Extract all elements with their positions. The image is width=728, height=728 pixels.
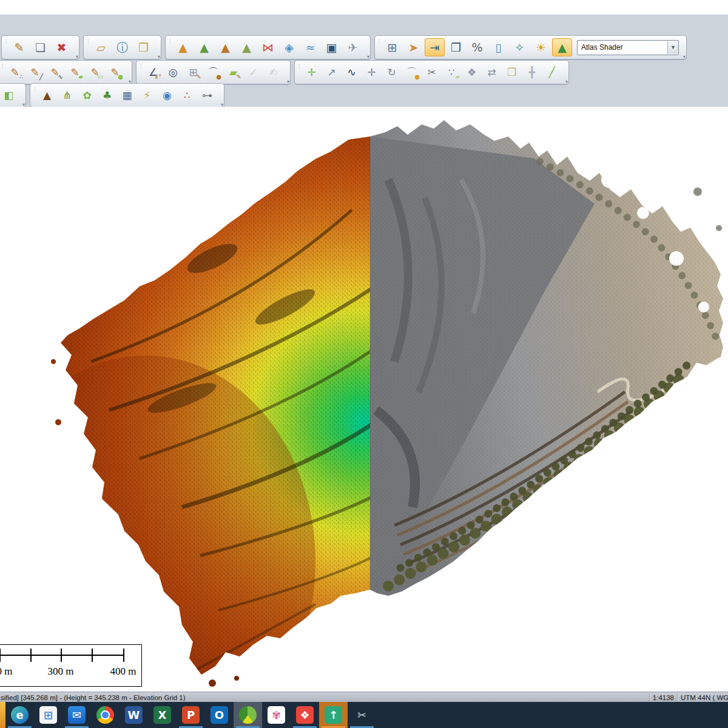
taskbar-app-powerpoint[interactable]: P [177, 702, 205, 728]
taskbar-app-paint-3d[interactable]: ✾ [262, 702, 291, 728]
chevron-down-icon[interactable]: ▼ [667, 41, 678, 54]
create-grid-button[interactable]: ⊞✎ [184, 64, 203, 81]
feature-info-button[interactable]: ⓘ [112, 38, 132, 56]
contour-generation-icon: ▲ [200, 42, 209, 53]
taskbar-app-microsoft-store[interactable]: ⊞ [34, 702, 62, 728]
taskbar-app-word[interactable]: W [120, 702, 148, 728]
create-line-button[interactable]: ✎╱ [25, 64, 44, 81]
move-vertex-icon: ✛ [367, 67, 376, 78]
classify-low-vegetation-button[interactable]: ⋔ [58, 87, 76, 104]
split-view-button[interactable]: ⊞ [382, 38, 402, 56]
color-picker-button[interactable]: ◧ [0, 87, 18, 104]
group-overflow-icon[interactable]: ▾ [683, 54, 686, 59]
raster-shader-options-button[interactable]: ▣ [322, 38, 342, 56]
gauge-compass-button[interactable]: ✧ [510, 38, 530, 56]
group-overflow-icon[interactable]: ▾ [367, 54, 369, 59]
join-lines-button[interactable]: ⌒● [402, 64, 421, 81]
path-profile-button[interactable]: ⇥ [425, 38, 445, 56]
delete-selected-button[interactable]: ✖ [52, 38, 72, 56]
point-cloud-rgb-half [370, 119, 728, 604]
move-feature-button[interactable]: ✛ [302, 64, 321, 81]
measure-tool-button[interactable]: ▱ [91, 38, 111, 56]
create-point-button[interactable]: ✎∴ [5, 64, 24, 81]
terrain-paint-button[interactable]: ▲ [215, 38, 235, 56]
elevation-shader-button[interactable]: ▲ [173, 38, 193, 56]
scale-bar: 200 m300 m400 m [0, 644, 142, 687]
swap-features-button[interactable]: ⇄ [482, 64, 501, 81]
atlas-shader-toggle-button[interactable]: ▲ [552, 38, 572, 56]
excel-icon: X [153, 706, 171, 724]
edit-vertices-button[interactable]: ∿ [342, 64, 361, 81]
taskbar-app-drone-uploader[interactable]: ↑ [319, 702, 348, 728]
create-feature-icon: ✎ [15, 42, 24, 53]
shader-dropdown[interactable]: Atlas Shader▼ [577, 40, 679, 55]
classify-model-keypoints-button[interactable]: ⊶ [198, 87, 217, 104]
create-point-icon: ✎ [10, 67, 19, 78]
classify-high-vegetation-button[interactable]: ♣ [98, 87, 116, 104]
flight-view-button[interactable]: ✈ [343, 38, 363, 56]
select-area-button[interactable]: ❏ [30, 38, 50, 56]
classify-building-button[interactable]: ▦ [118, 87, 136, 104]
create-range-rings-button[interactable]: ◎ [164, 64, 183, 81]
taskbar-app-edge[interactable]: e [5, 702, 34, 728]
move-vertex-button[interactable]: ✛ [362, 64, 381, 81]
rotate-feature-button[interactable]: ↻ [382, 64, 401, 81]
slope-percent-button[interactable]: % [467, 38, 487, 56]
identify-search-button[interactable]: ❐ [133, 38, 153, 56]
create-rectangle-button[interactable]: ✎▭ [86, 64, 104, 81]
watershed-button[interactable]: ◈ [279, 38, 299, 56]
group-overflow-icon[interactable]: ▾ [565, 79, 568, 84]
taskbar-app-quick-assist-red[interactable]: ❖ [291, 702, 319, 728]
fly-through-button[interactable]: ➤ [403, 38, 423, 56]
taskbar-app-snipping-tool[interactable]: ✂ [348, 702, 376, 728]
projection-readout: UTM 44N ( WGS [681, 694, 728, 701]
scale-bar-tick [30, 649, 32, 662]
taskbar-app-global-mapper[interactable] [234, 702, 262, 728]
split-line-scissors-button[interactable]: ✂ [422, 64, 441, 81]
classify-ground-button[interactable]: ▲ [38, 87, 56, 104]
status-separator [649, 693, 650, 701]
duplicate-feature-button[interactable]: ❐ [502, 64, 521, 81]
feature-info-icon: ⓘ [116, 42, 128, 53]
verify-feature-button[interactable]: ✓ [244, 64, 263, 81]
taskbar-app-excel[interactable]: X [148, 702, 177, 728]
view-3d-cube-button[interactable]: ❒ [446, 38, 466, 56]
classify-powerline-button[interactable]: ⚡ [138, 87, 157, 104]
contour-generation-button[interactable]: ▲ [194, 38, 214, 56]
copy-features-button[interactable]: ❖ [462, 64, 481, 81]
point-cloud-canvas[interactable] [0, 107, 728, 692]
group-overflow-icon[interactable]: ▾ [76, 54, 78, 59]
taskbar-app-outlook[interactable]: O [205, 702, 234, 728]
create-area-button[interactable]: ✎▰ [66, 64, 84, 81]
classify-medium-vegetation-button[interactable]: ✿ [78, 87, 96, 104]
insert-vertex-button[interactable]: ∵▰ [442, 64, 461, 81]
group-overflow-icon[interactable]: ▾ [287, 79, 289, 84]
taskbar-app-clipped[interactable] [0, 702, 5, 728]
create-profile-line-button[interactable]: ⌒● [204, 64, 223, 81]
crop-features-button[interactable]: ╋ [522, 64, 541, 81]
classify-water-icon: ◉ [163, 90, 172, 101]
taskbar-app-mail[interactable]: ✉ [62, 702, 91, 728]
group-overflow-icon[interactable]: ▾ [158, 54, 160, 59]
terrain-flatten-button[interactable]: ▲ [237, 38, 257, 56]
view-shed-button[interactable]: ⋈ [258, 38, 278, 56]
map-view[interactable]: 200 m300 m400 m [0, 107, 728, 692]
sun-terrain-shading-button[interactable]: ☀ [531, 38, 551, 56]
scale-feature-button[interactable]: ↗ [322, 64, 341, 81]
edit-vertices-icon: ∿ [347, 67, 356, 78]
global-mapper-icon [239, 706, 257, 724]
create-angle-measure-button[interactable]: ∠x° [144, 64, 163, 81]
water-rise-gauge-button[interactable]: ▯ [488, 38, 508, 56]
highlight-pen-button[interactable]: ╱ [542, 64, 561, 81]
join-lines-sub-icon: ● [414, 74, 420, 80]
create-ellipse-button[interactable]: ✎● [106, 64, 124, 81]
trace-feature-button[interactable]: ✍ [264, 64, 283, 81]
water-level-islands-button[interactable]: ≈ [300, 38, 320, 56]
taskbar-app-chrome[interactable] [91, 702, 120, 728]
create-feature-button[interactable]: ✎ [9, 38, 29, 56]
create-buffer-button[interactable]: ▰✎ [224, 64, 243, 81]
classify-water-button[interactable]: ◉ [158, 87, 177, 104]
identify-search-icon: ❐ [138, 42, 149, 53]
classify-noise-points-button[interactable]: ∴ [178, 87, 197, 104]
create-freehand-button[interactable]: ✎∿ [46, 64, 64, 81]
